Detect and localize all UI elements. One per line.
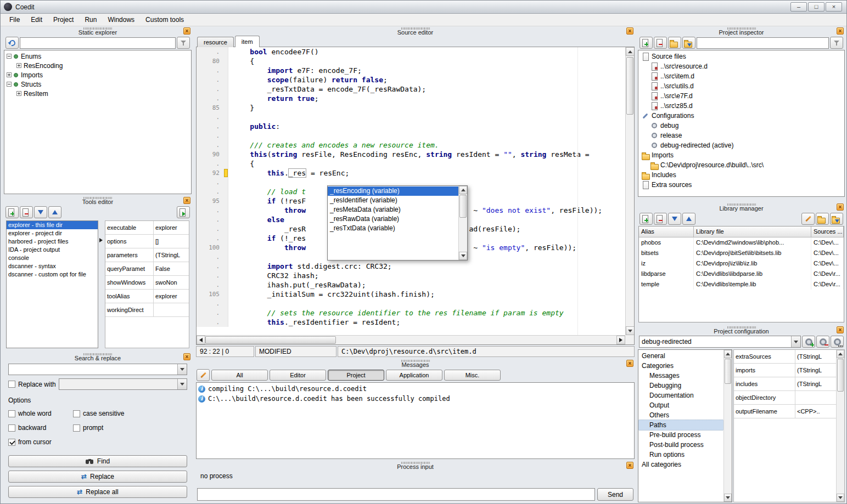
configuration-selector[interactable]: debug-redirected: [639, 336, 801, 348]
messages-list[interactable]: icompiling C:\...\build\resource.d.coedi…: [196, 382, 635, 459]
completion-popup[interactable]: _resEncoding (variable)_resIdentifier (v…: [327, 185, 468, 261]
code-editor[interactable]: . bool encodee7F()80 {. import e7F: enco…: [196, 47, 635, 345]
property-row[interactable]: toolAliasexplorer: [105, 290, 189, 303]
category-item-categories[interactable]: Categories: [638, 361, 723, 371]
remove-tool-button[interactable]: [20, 206, 33, 218]
library-row[interactable]: phobosC:\Dev\dmd2\windows\lib\phob...C:\…: [639, 237, 844, 248]
menu-item-project[interactable]: Project: [48, 14, 79, 25]
minimize-button[interactable]: –: [790, 2, 807, 12]
tool-properties-grid[interactable]: executableexploreroptions[]parameters(TS…: [105, 220, 189, 348]
menu-item-run[interactable]: Run: [79, 14, 102, 25]
scroll-down-button[interactable]: [724, 494, 732, 502]
panel-close-button[interactable]: ×: [837, 326, 844, 333]
collapse-icon[interactable]: [7, 54, 12, 59]
tree-item-includes[interactable]: Includes: [638, 170, 844, 180]
column-header-alias[interactable]: Alias: [639, 226, 694, 237]
checkbox-case-sensitive[interactable]: case sensitive: [73, 410, 187, 417]
category-tree[interactable]: GeneralCategoriesMessagesDebuggingDocume…: [638, 350, 723, 502]
category-item-others[interactable]: Others: [638, 410, 723, 420]
title-bar[interactable]: Coedit – □ ×: [1, 1, 846, 14]
search-term-combobox[interactable]: [8, 364, 187, 375]
dropdown-button[interactable]: [791, 336, 800, 347]
move-tool-up-button[interactable]: [48, 206, 61, 218]
property-row[interactable]: includes(TStringL: [734, 377, 836, 391]
property-row[interactable]: imports(TStringL: [734, 364, 836, 377]
tab-resource[interactable]: resource: [197, 37, 234, 47]
menu-item-file[interactable]: File: [4, 14, 25, 25]
code-line[interactable]: . {: [197, 159, 625, 168]
column-header-library-file[interactable]: Library file: [694, 226, 811, 237]
completion-list[interactable]: _resEncoding (variable)_resIdentifier (v…: [328, 186, 458, 260]
scroll-up-button[interactable]: [626, 47, 635, 56]
code-line[interactable]: . bool encodee7F(): [197, 47, 625, 56]
find-button[interactable]: Find: [8, 455, 187, 467]
category-item-output[interactable]: Output: [638, 400, 723, 410]
editor-horizontal-scrollbar[interactable]: [197, 335, 625, 344]
tool-item[interactable]: console: [7, 254, 98, 262]
inspector-filter-input[interactable]: [697, 37, 829, 49]
category-item-documentation[interactable]: Documentation: [638, 390, 723, 400]
library-row[interactable]: templeC:\Dev\dlibs\temple.libC:\Dev\r...: [639, 279, 844, 290]
property-row[interactable]: options[]: [105, 235, 189, 248]
code-line[interactable]: . _resTxtData = encode_7F(_resRawData);: [197, 84, 625, 94]
panel-close-button[interactable]: ×: [626, 360, 633, 367]
filter-button-application[interactable]: Application: [386, 370, 442, 381]
code-line[interactable]: . ihash.put(_resRawData);: [197, 280, 625, 290]
clear-filter-button[interactable]: [830, 37, 843, 49]
message-item[interactable]: iC:\...\build\resource.d.coedit has been…: [197, 394, 634, 404]
property-row[interactable]: workingDirect: [105, 303, 189, 317]
code-line[interactable]: . return true;: [197, 94, 625, 103]
tree-item-configurations[interactable]: Configurations: [638, 111, 844, 121]
panel-header[interactable]: Static explorer ×: [4, 26, 192, 36]
property-value[interactable]: [795, 391, 836, 404]
static-explorer-tree[interactable]: EnumsResEncodingImportsStructsResItem: [4, 50, 192, 194]
code-line[interactable]: 105 _initialSum = crc322uint(ihash.finis…: [197, 290, 625, 299]
refresh-button[interactable]: [5, 37, 19, 49]
panel-close-button[interactable]: ×: [183, 197, 190, 204]
tool-item[interactable]: dscanner - syntax: [7, 262, 98, 270]
property-value[interactable]: (TStringL: [795, 350, 836, 363]
library-table-body[interactable]: phobosC:\Dev\dmd2\windows\lib\phob...C:\…: [639, 237, 844, 290]
library-row[interactable]: bitsetsC:\Dev\dproj\bitSet\lib\bitsets.l…: [639, 248, 844, 258]
panel-close-button[interactable]: ×: [626, 462, 633, 469]
completion-item[interactable]: _resTxtData (variable): [328, 224, 458, 233]
clone-configuration-button[interactable]: [831, 336, 844, 348]
tool-item[interactable]: dscanner - custom opt for file: [7, 270, 98, 279]
save-library-button[interactable]: [830, 213, 843, 225]
tree-item-structs[interactable]: Structs: [4, 80, 191, 89]
tree-item-src-e7f-d[interactable]: ..\src\e7F.d: [638, 91, 844, 101]
tree-item-source-files[interactable]: Source files: [638, 52, 844, 61]
category-item-paths[interactable]: Paths: [638, 420, 723, 430]
checkbox-box[interactable]: [8, 439, 15, 446]
property-value[interactable]: explorer: [154, 221, 189, 234]
property-value[interactable]: (TStringL: [154, 248, 189, 262]
close-button[interactable]: ×: [826, 2, 842, 12]
tree-item-src-z85-d[interactable]: ..\src\z85.d: [638, 101, 844, 111]
completion-item[interactable]: _resRawData (variable): [328, 214, 458, 224]
scrollbar-thumb[interactable]: [837, 359, 844, 392]
collapse-icon[interactable]: [7, 82, 12, 87]
completion-item[interactable]: _resEncoding (variable): [328, 186, 458, 196]
project-inspector-tree[interactable]: Source files..\src\resource.d..\src\item…: [638, 50, 845, 197]
scroll-up-button[interactable]: [724, 350, 732, 358]
menu-item-custom-tools[interactable]: Custom tools: [140, 14, 189, 25]
code-line[interactable]: .: [197, 131, 625, 140]
panel-header[interactable]: Project inspector ×: [638, 26, 845, 36]
send-button[interactable]: Send: [597, 488, 633, 501]
category-scrollbar[interactable]: [723, 350, 732, 502]
clear-messages-button[interactable]: [197, 369, 210, 381]
checkbox-backward[interactable]: backward: [8, 424, 73, 432]
code-line[interactable]: . import std.digest.crc: CRC32;: [197, 262, 625, 271]
scrollbar-thumb[interactable]: [459, 195, 467, 218]
panel-header[interactable]: Tools editor ×: [4, 196, 192, 205]
expand-icon[interactable]: [16, 91, 21, 96]
tree-item-src-utils-d[interactable]: ..\src\utils.d: [638, 81, 844, 91]
move-library-down-button[interactable]: [668, 213, 681, 225]
checkbox-box[interactable]: [73, 410, 80, 417]
panel-close-button[interactable]: ×: [837, 27, 844, 35]
column-header-sources[interactable]: Sources ...: [811, 226, 844, 237]
dropdown-button[interactable]: [177, 379, 187, 389]
replace-button[interactable]: ⇄ Replace: [8, 471, 187, 483]
replace-term-combobox[interactable]: [59, 378, 187, 390]
filter-button-editor[interactable]: Editor: [270, 370, 326, 381]
